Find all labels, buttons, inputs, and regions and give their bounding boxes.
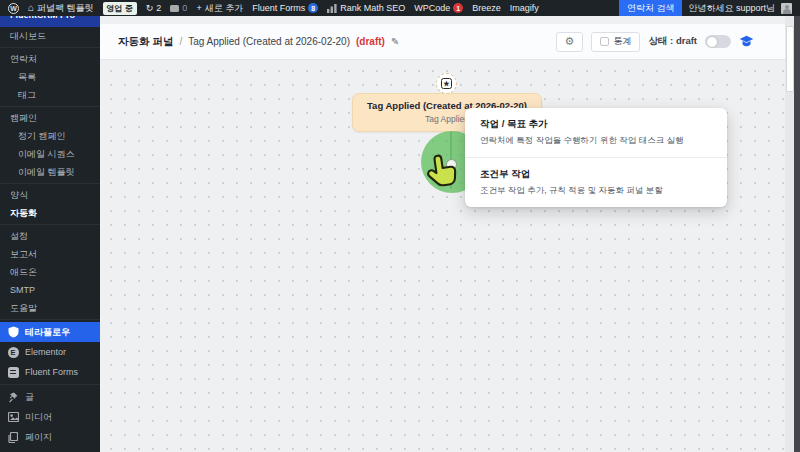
sidebar-item-contacts[interactable]: 연락처 [0,50,100,68]
sidebar-item-posts[interactable]: 글 [0,387,100,407]
funnel-title: Tag Applied (Created at 2026-02-20) [188,36,350,47]
menu-item-description: 조건부 작업 추가, 규칙 적용 및 자동화 퍼널 분할 [480,185,712,196]
stats-label: 통계 [613,35,631,48]
sidebar-item-fluent-forms[interactable]: Fluent Forms [0,362,100,382]
admin-bar-right: 연락처 검색 안녕하세요 support님 [619,0,792,16]
gear-icon: ⚙ [565,36,575,47]
fluent-forms-icon [7,366,19,378]
star-icon: ★ [441,78,452,89]
hand-cursor-icon [422,150,462,198]
sidebar-divider [0,106,100,107]
home-icon: ⌂ [28,3,34,13]
add-step-popup-menu: 작업 / 목표 추가 연락처에 특정 작업을 수행하기 위한 작업 태스크 실행… [465,108,727,207]
draft-status-label: (draft) [356,36,385,47]
comments-count: 0 [182,3,187,13]
sidebar-item-settings[interactable]: 설정 [0,227,100,245]
sidebar-item-label: Fluent Forms [25,367,78,377]
fluent-forms-count-badge: 8 [308,3,318,13]
trigger-badge-icon: ★ [436,73,457,94]
sidebar-divider [0,47,100,48]
sidebar-item-label: 페이지 [25,431,52,444]
pushpin-icon [7,391,19,403]
fluentcrm-brand-label: FluentCRM Pro [0,16,100,20]
main-content: 자동화 퍼널 / Tag Applied (Created at 2026-02… [100,16,800,452]
site-name-label: 퍼널팩 템플릿 [37,2,94,15]
menu-item-description: 연락처에 특정 작업을 수행하기 위한 작업 태스크 실행 [480,135,712,146]
sidebar-item-reports[interactable]: 보고서 [0,245,100,263]
wordpress-logo-icon[interactable]: W [8,3,19,14]
menu-item-title: 작업 / 목표 추가 [480,118,712,131]
breadcrumb-root[interactable]: 자동화 퍼널 [118,35,173,49]
funnel-header: 자동화 퍼널 / Tag Applied (Created at 2026-02… [100,24,800,60]
sidebar-divider [0,183,100,184]
menu-item-title: 조건부 작업 [480,168,712,181]
sidebar-divider [0,224,100,225]
sidebar-divider [0,384,100,385]
plus-icon: + [196,3,201,13]
sidebar-item-campaigns[interactable]: 캠페인 [0,109,100,127]
sidebar-item-label: 테라플로우 [25,326,70,339]
account-greeting[interactable]: 안녕하세요 support님 [682,2,781,15]
bar-chart-icon [327,4,337,13]
sidebar-item-theraflow[interactable]: 테라플로우 [0,322,100,342]
wp-admin-bar: W ⌂ 퍼널팩 템플릿 영업 중 ↻ 2 0 + 새로 추가 Fluent Fo… [0,0,800,16]
window-edge-strip [794,16,800,452]
site-name-menu[interactable]: ⌂ 퍼널팩 템플릿 [28,2,94,15]
scrollbar-thumb[interactable] [786,26,794,92]
breeze-menu[interactable]: Breeze [472,3,501,13]
funnel-status-label: 상태 : draft [648,35,697,48]
sidebar-item-label: 글 [25,391,34,404]
media-icon [7,411,19,423]
status-toggle-switch[interactable] [705,35,731,48]
wpcode-menu[interactable]: WPCode 1 [414,3,463,13]
sidebar-item-pages[interactable]: 페이지 [0,427,100,447]
stats-checkbox[interactable] [600,37,609,46]
pages-icon [7,431,19,443]
sidebar-item-help[interactable]: 도움말 [0,299,100,317]
sidebar-item-tags[interactable]: 태그 [0,86,100,104]
new-content-menu[interactable]: + 새로 추가 [196,2,243,15]
user-avatar[interactable] [781,3,792,14]
contact-search-button[interactable]: 연락처 검색 [619,0,683,16]
sidebar-item-lists[interactable]: 목록 [0,68,100,86]
sidebar-divider [0,319,100,320]
sidebar-item-media[interactable]: 미디어 [0,407,100,427]
wpcode-count-badge: 1 [453,3,463,13]
sidebar-item-dashboard[interactable]: 대시보드 [0,27,100,45]
sidebar-item-forms[interactable]: 양식 [0,186,100,204]
sidebar-item-fluentcrm[interactable]: FluentCRM Pro [0,16,100,27]
sidebar-item-addons[interactable]: 애드온 [0,263,100,281]
rank-math-menu[interactable]: Rank Math SEO [327,3,405,13]
menu-item-add-action[interactable]: 작업 / 목표 추가 연락처에 특정 작업을 수행하기 위한 작업 태스크 실행 [465,108,727,157]
edit-title-icon[interactable]: ✎ [391,36,399,47]
sidebar-item-label: 미디어 [25,411,52,424]
fluent-forms-menu[interactable]: Fluent Forms 8 [252,3,318,13]
comments-icon [170,5,179,12]
wpcode-label: WPCode [414,3,450,13]
sidebar-item-automations[interactable]: 자동화 [0,204,100,222]
graduation-cap-icon[interactable] [739,35,754,48]
updates-count: 2 [156,3,161,13]
breadcrumb-separator: / [179,36,182,47]
sidebar-item-smtp[interactable]: SMTP [0,281,100,299]
settings-button[interactable]: ⚙ [556,32,584,52]
sidebar-item-email-templates[interactable]: 이메일 템플릿 [0,163,100,181]
store-status-badge: 영업 중 [103,2,137,15]
content-top-gap [100,16,800,24]
stats-toggle-button[interactable]: 통계 [591,32,640,52]
updates-menu[interactable]: ↻ 2 [146,3,162,13]
updates-icon: ↻ [146,3,154,13]
sidebar-item-elementor[interactable]: E Elementor [0,342,100,362]
sidebar-item-recurring-campaigns[interactable]: 정기 캠페인 [0,127,100,145]
automation-canvas[interactable]: ★ Tag Applied (Created at 2026-02-20) Ta… [100,60,800,452]
shield-icon [7,326,19,338]
imagify-menu[interactable]: Imagify [510,3,539,13]
menu-item-conditional[interactable]: 조건부 작업 조건부 작업 추가, 규칙 적용 및 자동화 퍼널 분할 [465,157,727,207]
admin-sidebar: FluentCRM Pro 대시보드 연락처 목록 태그 캠페인 정기 캠페인 … [0,16,100,452]
fluent-forms-label: Fluent Forms [252,3,305,13]
comments-menu[interactable]: 0 [170,3,187,13]
rank-math-label: Rank Math SEO [340,3,405,13]
new-content-label: 새로 추가 [205,2,244,15]
elementor-icon: E [7,346,19,358]
sidebar-item-email-sequences[interactable]: 이메일 시퀀스 [0,145,100,163]
